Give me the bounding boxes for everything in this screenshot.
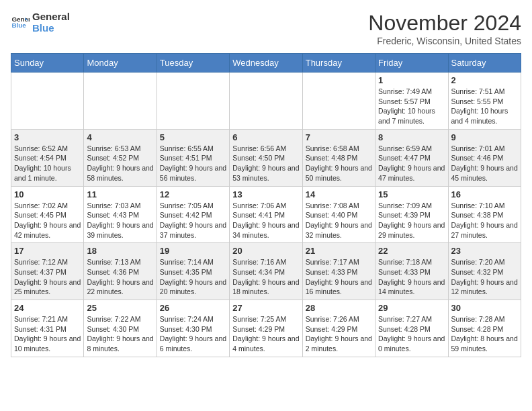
weekday-header: Saturday	[448, 54, 521, 73]
day-info: Sunrise: 7:02 AM Sunset: 4:45 PM Dayligh…	[14, 201, 81, 240]
calendar-cell: 20Sunrise: 7:16 AM Sunset: 4:34 PM Dayli…	[230, 243, 302, 300]
day-info: Sunrise: 7:25 AM Sunset: 4:29 PM Dayligh…	[232, 314, 299, 354]
day-info: Sunrise: 7:27 AM Sunset: 4:28 PM Dayligh…	[378, 314, 445, 354]
day-info: Sunrise: 6:53 AM Sunset: 4:52 PM Dayligh…	[87, 144, 153, 183]
day-info: Sunrise: 7:10 AM Sunset: 4:38 PM Dayligh…	[451, 201, 518, 240]
day-info: Sunrise: 7:12 AM Sunset: 4:37 PM Dayligh…	[14, 257, 81, 297]
day-info: Sunrise: 7:28 AM Sunset: 4:28 PM Dayligh…	[451, 314, 518, 354]
day-number: 7	[306, 132, 372, 142]
calendar-cell: 25Sunrise: 7:22 AM Sunset: 4:30 PM Dayli…	[84, 300, 157, 357]
day-info: Sunrise: 6:59 AM Sunset: 4:47 PM Dayligh…	[378, 144, 445, 183]
calendar-cell: 9Sunrise: 7:01 AM Sunset: 4:46 PM Daylig…	[448, 129, 521, 186]
day-info: Sunrise: 7:51 AM Sunset: 5:55 PM Dayligh…	[451, 87, 518, 126]
day-info: Sunrise: 6:52 AM Sunset: 4:54 PM Dayligh…	[14, 144, 81, 183]
calendar-cell: 26Sunrise: 7:24 AM Sunset: 4:30 PM Dayli…	[157, 300, 229, 357]
day-number: 25	[87, 303, 153, 313]
calendar-cell: 17Sunrise: 7:12 AM Sunset: 4:37 PM Dayli…	[11, 243, 84, 300]
weekday-header: Thursday	[302, 54, 375, 73]
page-header: General Blue General Blue November 2024 …	[11, 11, 521, 46]
calendar-week-row: 1Sunrise: 7:49 AM Sunset: 5:57 PM Daylig…	[11, 73, 521, 130]
day-number: 26	[160, 303, 226, 313]
day-info: Sunrise: 7:16 AM Sunset: 4:34 PM Dayligh…	[232, 257, 299, 297]
weekday-header: Friday	[375, 54, 448, 73]
calendar-cell: 16Sunrise: 7:10 AM Sunset: 4:38 PM Dayli…	[448, 186, 521, 243]
day-number: 6	[232, 132, 299, 142]
day-info: Sunrise: 6:56 AM Sunset: 4:50 PM Dayligh…	[232, 144, 299, 183]
calendar-cell: 29Sunrise: 7:27 AM Sunset: 4:28 PM Dayli…	[375, 300, 448, 357]
logo: General Blue General Blue	[11, 11, 70, 34]
calendar-cell: 18Sunrise: 7:13 AM Sunset: 4:36 PM Dayli…	[84, 243, 157, 300]
day-number: 13	[232, 189, 299, 199]
day-number: 11	[87, 189, 153, 199]
calendar-cell: 23Sunrise: 7:20 AM Sunset: 4:32 PM Dayli…	[448, 243, 521, 300]
month-title: November 2024	[368, 11, 521, 36]
calendar-cell: 21Sunrise: 7:17 AM Sunset: 4:33 PM Dayli…	[302, 243, 375, 300]
day-info: Sunrise: 7:13 AM Sunset: 4:36 PM Dayligh…	[87, 257, 153, 297]
calendar-cell: 3Sunrise: 6:52 AM Sunset: 4:54 PM Daylig…	[11, 129, 84, 186]
day-info: Sunrise: 7:08 AM Sunset: 4:40 PM Dayligh…	[306, 201, 372, 240]
day-info: Sunrise: 7:01 AM Sunset: 4:46 PM Dayligh…	[451, 144, 518, 183]
title-area: November 2024 Frederic, Wisconsin, Unite…	[368, 11, 521, 46]
calendar-cell	[302, 73, 375, 130]
day-info: Sunrise: 7:49 AM Sunset: 5:57 PM Dayligh…	[378, 87, 445, 126]
day-number: 10	[14, 189, 81, 199]
calendar-cell: 15Sunrise: 7:09 AM Sunset: 4:39 PM Dayli…	[375, 186, 448, 243]
day-number: 24	[14, 303, 81, 313]
day-info: Sunrise: 7:17 AM Sunset: 4:33 PM Dayligh…	[306, 257, 372, 297]
calendar-week-row: 10Sunrise: 7:02 AM Sunset: 4:45 PM Dayli…	[11, 186, 521, 243]
svg-text:Blue: Blue	[11, 21, 26, 29]
calendar-cell: 6Sunrise: 6:56 AM Sunset: 4:50 PM Daylig…	[230, 129, 302, 186]
day-number: 8	[378, 132, 445, 142]
day-info: Sunrise: 7:14 AM Sunset: 4:35 PM Dayligh…	[160, 257, 226, 297]
location-title: Frederic, Wisconsin, United States	[368, 36, 521, 46]
day-number: 14	[306, 189, 372, 199]
day-number: 16	[451, 189, 518, 199]
logo-line2: Blue	[32, 22, 70, 34]
calendar-cell	[84, 73, 157, 130]
day-number: 19	[160, 246, 226, 256]
day-number: 15	[378, 189, 445, 199]
calendar-week-row: 24Sunrise: 7:21 AM Sunset: 4:31 PM Dayli…	[11, 300, 521, 357]
day-number: 17	[14, 246, 81, 256]
weekday-header: Tuesday	[157, 54, 229, 73]
day-info: Sunrise: 7:03 AM Sunset: 4:43 PM Dayligh…	[87, 201, 153, 240]
day-number: 23	[451, 246, 518, 256]
calendar-cell: 8Sunrise: 6:59 AM Sunset: 4:47 PM Daylig…	[375, 129, 448, 186]
day-info: Sunrise: 7:09 AM Sunset: 4:39 PM Dayligh…	[378, 201, 445, 240]
calendar-cell	[11, 73, 84, 130]
day-number: 20	[232, 246, 299, 256]
day-info: Sunrise: 7:20 AM Sunset: 4:32 PM Dayligh…	[451, 257, 518, 297]
calendar-cell: 14Sunrise: 7:08 AM Sunset: 4:40 PM Dayli…	[302, 186, 375, 243]
calendar-cell: 24Sunrise: 7:21 AM Sunset: 4:31 PM Dayli…	[11, 300, 84, 357]
calendar-cell: 10Sunrise: 7:02 AM Sunset: 4:45 PM Dayli…	[11, 186, 84, 243]
day-number: 5	[160, 132, 226, 142]
calendar-cell: 11Sunrise: 7:03 AM Sunset: 4:43 PM Dayli…	[84, 186, 157, 243]
day-info: Sunrise: 6:58 AM Sunset: 4:48 PM Dayligh…	[306, 144, 372, 183]
day-number: 30	[451, 303, 518, 313]
day-number: 12	[160, 189, 226, 199]
day-number: 4	[87, 132, 153, 142]
day-number: 28	[306, 303, 372, 313]
day-info: Sunrise: 7:06 AM Sunset: 4:41 PM Dayligh…	[232, 201, 299, 240]
calendar-week-row: 17Sunrise: 7:12 AM Sunset: 4:37 PM Dayli…	[11, 243, 521, 300]
day-info: Sunrise: 7:18 AM Sunset: 4:33 PM Dayligh…	[378, 257, 445, 297]
day-number: 18	[87, 246, 153, 256]
calendar-cell: 27Sunrise: 7:25 AM Sunset: 4:29 PM Dayli…	[230, 300, 302, 357]
day-info: Sunrise: 7:22 AM Sunset: 4:30 PM Dayligh…	[87, 314, 153, 354]
calendar-cell: 7Sunrise: 6:58 AM Sunset: 4:48 PM Daylig…	[302, 129, 375, 186]
calendar-cell: 4Sunrise: 6:53 AM Sunset: 4:52 PM Daylig…	[84, 129, 157, 186]
day-number: 21	[306, 246, 372, 256]
day-number: 27	[232, 303, 299, 313]
calendar-cell: 13Sunrise: 7:06 AM Sunset: 4:41 PM Dayli…	[230, 186, 302, 243]
day-number: 29	[378, 303, 445, 313]
day-info: Sunrise: 7:26 AM Sunset: 4:29 PM Dayligh…	[306, 314, 372, 354]
weekday-header: Wednesday	[230, 54, 302, 73]
calendar-cell: 22Sunrise: 7:18 AM Sunset: 4:33 PM Dayli…	[375, 243, 448, 300]
calendar-cell: 28Sunrise: 7:26 AM Sunset: 4:29 PM Dayli…	[302, 300, 375, 357]
calendar-cell: 5Sunrise: 6:55 AM Sunset: 4:51 PM Daylig…	[157, 129, 229, 186]
logo-icon: General Blue	[11, 13, 30, 32]
calendar-cell	[230, 73, 302, 130]
day-number: 3	[14, 132, 81, 142]
logo-line1: General	[32, 11, 70, 22]
day-info: Sunrise: 7:21 AM Sunset: 4:31 PM Dayligh…	[14, 314, 81, 354]
